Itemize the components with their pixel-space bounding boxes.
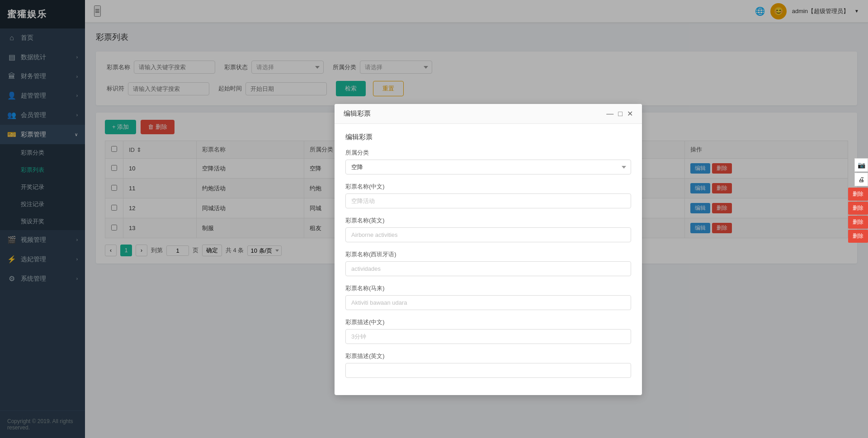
modal-field-name-en: 彩票名称(英文) (345, 217, 631, 242)
modal-name-en-label: 彩票名称(英文) (345, 217, 631, 225)
modal-header: 编辑彩票 — □ ✕ (335, 104, 642, 124)
modal-name-es-label: 彩票名称(西班牙语) (345, 250, 631, 259)
edit-modal: 编辑彩票 — □ ✕ 编辑彩票 所属分类 空降 约炮 同城 (335, 104, 642, 395)
modal-desc-zh-input[interactable] (345, 329, 631, 344)
modal-name-ms-input[interactable] (345, 295, 631, 310)
modal-maximize-button[interactable]: □ (618, 110, 623, 118)
print-button[interactable]: 🖨 (854, 173, 868, 186)
modal-title: 编辑彩票 (344, 109, 371, 118)
modal-field-name-es: 彩票名称(西班牙语) (345, 250, 631, 276)
main-area: ≡ 🌐 😊 admin【超级管理员】 ▼ 彩票列表 彩票名称 彩票状态 请选择 (85, 0, 868, 438)
modal-field-desc-en: 彩票描述(英文) (345, 352, 631, 378)
modal-field-desc-zh: 彩票描述(中文) (345, 318, 631, 344)
modal-desc-zh-label: 彩票描述(中文) (345, 318, 631, 326)
modal-name-en-input[interactable] (345, 227, 631, 242)
row-delete-btn-1[interactable]: 删除 (848, 188, 868, 201)
row-delete-btn-2[interactable]: 删除 (848, 202, 868, 215)
modal-name-zh-label: 彩票名称(中文) (345, 183, 631, 191)
screenshot-button[interactable]: 📷 (854, 158, 868, 172)
row-delete-btn-3[interactable]: 删除 (848, 216, 868, 229)
modal-desc-en-label: 彩票描述(英文) (345, 352, 631, 360)
modal-field-name-zh: 彩票名称(中文) (345, 183, 631, 208)
modal-controls: — □ ✕ (606, 109, 633, 118)
row-delete-btn-4[interactable]: 删除 (848, 230, 868, 243)
content: 彩票列表 彩票名称 彩票状态 请选择 启用 禁用 所属分类 (85, 23, 868, 438)
modal-field-category: 所属分类 空降 约炮 同城 租友 (345, 149, 631, 174)
modal-body: 编辑彩票 所属分类 空降 约炮 同城 租友 彩票名称(中文) (335, 124, 642, 395)
modal-category-label: 所属分类 (345, 149, 631, 157)
modal-name-es-input[interactable] (345, 261, 631, 276)
modal-name-zh-input[interactable] (345, 193, 631, 208)
modal-overlay: 编辑彩票 — □ ✕ 编辑彩票 所属分类 空降 约炮 同城 (85, 23, 868, 438)
modal-category-select[interactable]: 空降 约炮 同城 租友 (345, 160, 631, 174)
modal-desc-en-input[interactable] (345, 363, 631, 378)
modal-section-title: 编辑彩票 (345, 133, 631, 141)
modal-name-ms-label: 彩票名称(马来) (345, 284, 631, 292)
modal-minimize-button[interactable]: — (606, 110, 613, 118)
modal-close-button[interactable]: ✕ (627, 109, 633, 118)
modal-field-name-ms: 彩票名称(马来) (345, 284, 631, 310)
